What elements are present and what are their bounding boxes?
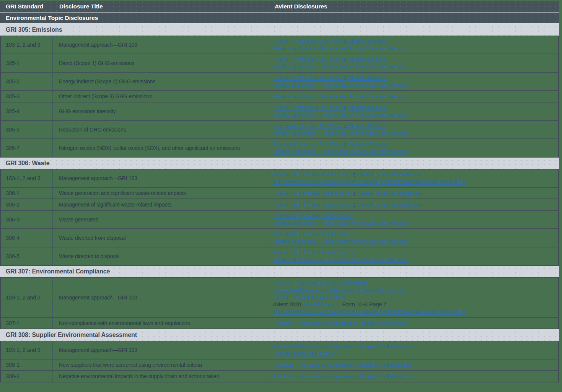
disclosure-link[interactable]: Metrics and Index—People and Planet Data… bbox=[273, 45, 407, 51]
disclosure-line: https://www.avient.com/company/sustainab… bbox=[273, 178, 465, 185]
disclosure-link[interactable]: Products—Management Approach: Product St… bbox=[273, 320, 408, 326]
gri-standard-cell: 307-1 bbox=[1, 318, 52, 329]
disclosure-link[interactable]: Metrics and Index—People and Planet Data… bbox=[273, 257, 407, 263]
disclosure-link[interactable]: Planet—Protecting Our Planet bbox=[273, 75, 345, 81]
avient-disclosures-cell: Planet—Eliminating Plastic Waste; Clean-… bbox=[267, 169, 558, 187]
disclosure-link[interactable]: Climate Change bbox=[348, 75, 386, 81]
disclosure-lines: Planet—Eliminating Plastic Waste; Clean-… bbox=[273, 171, 465, 185]
disclosure-lines: Planet—Protecting Our Planet; Climate Ch… bbox=[273, 141, 407, 155]
disclosure-link[interactable]: Climate Change bbox=[348, 123, 386, 129]
disclosure-link[interactable]: Planet—Protecting Our Planet bbox=[273, 294, 345, 300]
gri-standard-cell: 305-7 bbox=[1, 139, 52, 157]
disclosure-link[interactable]: Planet—Protecting Our Planet bbox=[273, 123, 345, 129]
avient-disclosures-cell: Planet—Protecting Our Planet; Climate Ch… bbox=[267, 139, 558, 157]
gri-standard-cell: 308-2 bbox=[1, 371, 52, 382]
avient-disclosures-cell: Products—Management Approach: Product St… bbox=[267, 318, 558, 329]
disclosure-line: Planet—Protecting Our Planet; Climate Ch… bbox=[273, 141, 407, 148]
footer-strip bbox=[0, 382, 559, 392]
disclosure-link[interactable]: Metrics and Index—People and Planet Data… bbox=[273, 112, 407, 118]
disclosure-link[interactable]: Planet—Eliminating Plastic Waste bbox=[273, 202, 353, 208]
disclosure-link[interactable]: Climate Change bbox=[348, 104, 386, 111]
disclosure-link[interactable]: https://www.avient.com/company/sustainab… bbox=[273, 309, 465, 315]
disclosure-link[interactable]: Planet—Protecting Our Planet bbox=[273, 56, 345, 62]
avient-disclosures-cell: Planet—Protecting Our Planet; Climate Ch… bbox=[267, 102, 558, 120]
group-header-label: GRI 307: Environmental Compliance bbox=[0, 268, 110, 275]
disclosure-link[interactable]: Planet—Eliminating Plastic Waste bbox=[273, 249, 353, 255]
avient-disclosures-cell: Planet—Protecting Our Planet; Climate Ch… bbox=[267, 54, 558, 72]
disclosure-line: Planet—Eliminating Plastic Waste bbox=[273, 231, 407, 238]
disclosure-line: Metrics and Index—People and Planet Data… bbox=[273, 63, 407, 70]
disclosure-link[interactable]: Products—Management Approach: Supplier C… bbox=[273, 373, 411, 379]
disclosure-lines: Planet—Protecting Our Planet; Climate Ch… bbox=[273, 37, 407, 52]
avient-disclosures-cell: Planet—Eliminating Plastic WasteMetrics … bbox=[267, 211, 558, 228]
gri-standard-cell: 103-1, 2 and 3 bbox=[1, 278, 52, 317]
table-row: 103-1, 2 and 3Management approach—GRI 10… bbox=[1, 36, 558, 54]
disclosure-link[interactable]: Climate Change bbox=[348, 141, 386, 147]
disclosure-link[interactable]: Clean-Up and Remediation bbox=[357, 202, 422, 208]
section-banner-label: Environmental Topic Disclosures bbox=[0, 15, 98, 21]
table-row: 305-4GHG emissions intensityPlanet—Prote… bbox=[1, 102, 558, 121]
disclosure-title-cell: Management of significant waste-related … bbox=[52, 199, 267, 210]
disclosure-plain-text: ; bbox=[353, 171, 357, 177]
disclosure-line: Planet—Protecting Our Planet; Climate Ch… bbox=[273, 37, 407, 45]
disclosure-link[interactable]: Metrics and Index—People and Planet Data… bbox=[273, 93, 407, 99]
gri-standard-cell: 305-3 bbox=[1, 91, 52, 102]
avient-disclosures-cell: People—Management Approach: EH&SProducts… bbox=[267, 278, 558, 317]
disclosure-plain-text: ; bbox=[353, 202, 357, 208]
disclosure-title-cell: Direct (Scope 1) GHG emissions bbox=[52, 54, 267, 72]
group-rows: 103-1, 2 and 3Management approach—GRI 10… bbox=[0, 277, 559, 329]
disclosure-lines: Products—Management Approach: Supplier C… bbox=[273, 373, 411, 380]
disclosure-link[interactable]: Planet—Eliminating Plastic Waste bbox=[273, 231, 353, 237]
disclosure-link[interactable]: Products—Management Approach: Supplier C… bbox=[273, 343, 411, 349]
disclosure-line: https://www.avient.com/company/sustainab… bbox=[273, 308, 465, 316]
disclosure-line: Metrics and Index—People and Planet Data… bbox=[273, 220, 407, 227]
disclosure-line: Planet—Eliminating Plastic Waste; Clean-… bbox=[273, 201, 422, 208]
disclosure-link[interactable]: Metrics and Index—People and Planet Data… bbox=[273, 82, 407, 88]
gri-standard-cell: 308-1 bbox=[1, 359, 52, 370]
disclosure-line: Metrics and Index—People and Planet Data… bbox=[273, 81, 407, 89]
disclosure-link[interactable]: Planet—Protecting Our Planet bbox=[273, 38, 345, 44]
avient-disclosures-cell: Planet—Protecting Our Planet; Climate Ch… bbox=[267, 73, 558, 90]
disclosure-line: Planet—Protecting Our Planet; Climate Ch… bbox=[273, 56, 407, 63]
disclosure-link[interactable]: Annual Report bbox=[302, 301, 337, 307]
avient-disclosures-cell: Planet—Eliminating Plastic Waste; Clean-… bbox=[267, 188, 558, 198]
disclosure-title-cell: Waste diverted from disposal bbox=[52, 229, 267, 247]
table-row: 306-2Management of significant waste-rel… bbox=[1, 199, 558, 211]
disclosure-link[interactable]: Planet—Eliminating Plastic Waste bbox=[273, 213, 353, 219]
disclosure-lines: Planet—Eliminating Plastic WasteMetrics … bbox=[273, 212, 407, 227]
table-row: 305-5Reduction of GHG emissionsPlanet—Pr… bbox=[1, 121, 558, 139]
disclosure-link[interactable]: Planet—Eliminating Plastic Waste bbox=[273, 190, 353, 196]
gri-standard-cell: 306-5 bbox=[1, 247, 52, 265]
disclosure-link[interactable]: Metrics and Index—People and Planet Data… bbox=[273, 63, 407, 70]
column-header-gri-standard: GRI Standard bbox=[0, 3, 52, 10]
table-row: 306-1Waste generation and significant wa… bbox=[1, 188, 558, 199]
disclosure-link[interactable]: Products—Management Approach: Product St… bbox=[273, 287, 408, 293]
disclosure-link[interactable]: Clean-Up and Remediation bbox=[357, 171, 422, 177]
section-banner: Environmental Topic Disclosures bbox=[0, 13, 559, 23]
disclosure-link[interactable]: Climate Change bbox=[348, 56, 386, 62]
gri-standard-cell: 306-3 bbox=[1, 211, 52, 228]
disclosure-link[interactable]: Metrics and Index—People and Planet Data… bbox=[273, 238, 407, 244]
group-rows: 103-1, 2 and 3Management approach—GRI 10… bbox=[0, 36, 559, 158]
disclosure-link[interactable]: Metrics and Index—People and Planet Data… bbox=[273, 148, 407, 155]
avient-disclosures-cell: Planet—Protecting Our Planet; Climate Ch… bbox=[267, 36, 558, 54]
disclosure-line: Metrics and Index—People and Planet Data… bbox=[273, 45, 407, 52]
group-rows: 103-1, 2 and 3Management approach—GRI 10… bbox=[0, 169, 559, 266]
gri-standard-cell: 306-1 bbox=[1, 188, 52, 198]
disclosure-link[interactable]: https://www.avient.com/company/sustainab… bbox=[273, 179, 465, 185]
disclosure-link[interactable]: Metrics and Index—People and Planet Data… bbox=[273, 220, 407, 226]
disclosure-link[interactable]: Planet—Protecting Our Planet bbox=[273, 104, 345, 111]
disclosure-link[interactable]: Clean-Up and Remediation bbox=[357, 190, 422, 196]
table-row: 306-3Waste generatedPlanet—Eliminating P… bbox=[1, 211, 558, 229]
disclosure-link[interactable]: Climate Change bbox=[348, 38, 386, 44]
disclosure-link[interactable]: Planet—Protecting Our Planet bbox=[273, 141, 345, 147]
table-row: 305-2Energy indirect (Scope 2) GHG emiss… bbox=[1, 73, 558, 91]
disclosure-title-cell: Negative environmental impacts in the su… bbox=[52, 371, 267, 382]
disclosure-link[interactable]: Supplier Code of Conduct bbox=[273, 350, 334, 356]
disclosure-link[interactable]: Metrics and Index—People and Planet Data… bbox=[273, 130, 407, 136]
disclosure-line: Planet—Eliminating Plastic Waste; Clean-… bbox=[273, 171, 465, 178]
disclosure-link[interactable]: People—Management Approach: EH&S bbox=[273, 280, 369, 286]
disclosure-link[interactable]: Products—Management Approach: Supplier C… bbox=[273, 362, 411, 368]
disclosure-line: Metrics and Index—People and Planet Data… bbox=[273, 111, 407, 119]
disclosure-link[interactable]: Planet—Eliminating Plastic Waste bbox=[273, 171, 353, 177]
